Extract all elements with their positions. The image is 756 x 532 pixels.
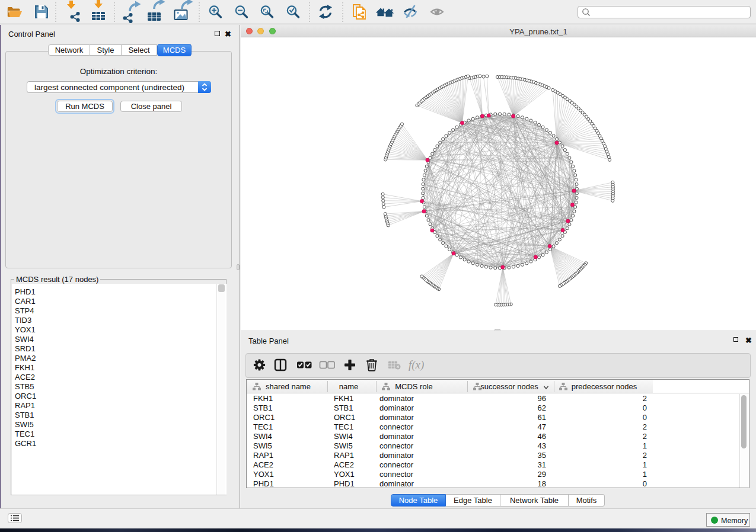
svg-text:f(x): f(x): [409, 358, 424, 371]
